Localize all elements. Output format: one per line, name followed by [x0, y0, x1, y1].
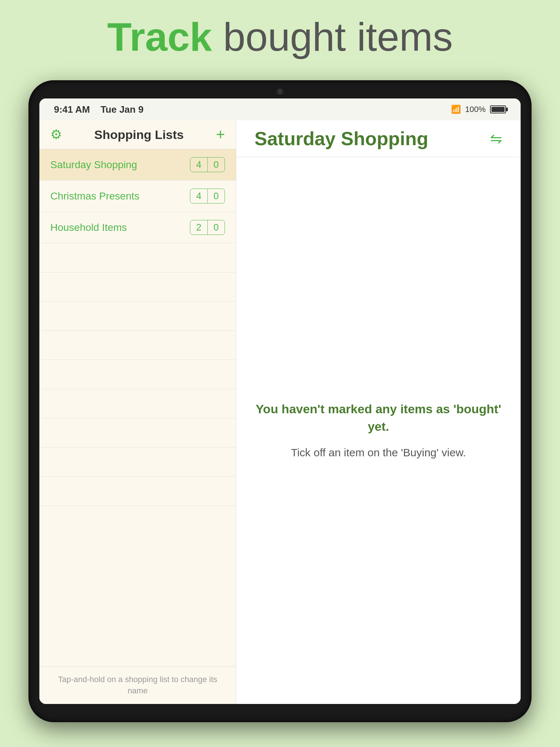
battery-fill — [491, 107, 505, 112]
bought-count: 0 — [207, 220, 225, 235]
empty-message-sub: Tick off an item on the 'Buying' view. — [291, 444, 466, 461]
headline-rest: bought items — [212, 14, 453, 59]
sync-icon[interactable]: ⇋ — [490, 130, 502, 147]
empty-row — [39, 448, 236, 477]
tablet-screen: 9:41 AM Tue Jan 9 📶 100% ⚙ — [39, 98, 521, 704]
item-count: 4 — [190, 158, 207, 172]
main-title: Saturday Shopping — [254, 128, 428, 150]
count-badges: 2 0 — [190, 220, 225, 235]
battery-icon — [490, 105, 506, 113]
empty-row — [39, 272, 236, 302]
sidebar: ⚙ Shopping Lists + Saturday Shopping 4 0 — [39, 120, 236, 704]
tablet-wrapper: 9:41 AM Tue Jan 9 📶 100% ⚙ — [28, 80, 532, 722]
main-header: Saturday Shopping ⇋ — [236, 120, 521, 157]
app-content: ⚙ Shopping Lists + Saturday Shopping 4 0 — [39, 120, 521, 704]
tablet-bezel: 9:41 AM Tue Jan 9 📶 100% ⚙ — [28, 80, 532, 722]
bought-count: 0 — [207, 158, 225, 172]
list-item[interactable]: Christmas Presents 4 0 — [39, 181, 236, 212]
empty-row — [39, 302, 236, 331]
list-item-name: Christmas Presents — [50, 190, 190, 202]
status-right: 📶 100% — [451, 105, 506, 114]
empty-row — [39, 477, 236, 506]
item-count: 2 — [190, 220, 207, 235]
empty-message-bold: You haven't marked any items as 'bought'… — [251, 400, 506, 435]
empty-row — [39, 360, 236, 389]
bought-count: 0 — [207, 189, 225, 203]
headline: Track bought items — [0, 0, 560, 70]
count-badges: 4 0 — [190, 157, 225, 172]
main-body: You haven't marked any items as 'bought'… — [236, 157, 521, 704]
status-time: 9:41 AM Tue Jan 9 — [54, 104, 144, 115]
camera — [277, 88, 283, 95]
status-bar: 9:41 AM Tue Jan 9 📶 100% — [39, 98, 521, 120]
empty-row — [39, 243, 236, 272]
empty-row — [39, 418, 236, 448]
empty-row — [39, 389, 236, 418]
main-content: Saturday Shopping ⇋ You haven't marked a… — [236, 120, 521, 704]
gear-icon[interactable]: ⚙ — [50, 127, 62, 142]
sidebar-title: Shopping Lists — [94, 128, 184, 142]
empty-row — [39, 331, 236, 360]
headline-green: Track — [107, 14, 212, 59]
list-item[interactable]: Household Items 2 0 — [39, 212, 236, 243]
sidebar-list: Saturday Shopping 4 0 Christmas Presents… — [39, 149, 236, 666]
battery-percent: 100% — [465, 105, 486, 114]
sidebar-footer-text: Tap-and-hold on a shopping list to chang… — [58, 675, 217, 695]
add-button[interactable]: + — [216, 127, 225, 142]
list-item[interactable]: Saturday Shopping 4 0 — [39, 149, 236, 181]
wifi-icon: 📶 — [451, 105, 461, 114]
item-count: 4 — [190, 189, 207, 203]
list-item-name: Household Items — [50, 222, 190, 233]
sidebar-header: ⚙ Shopping Lists + — [39, 120, 236, 149]
count-badges: 4 0 — [190, 189, 225, 204]
sidebar-footer: Tap-and-hold on a shopping list to chang… — [39, 666, 236, 704]
list-item-name: Saturday Shopping — [50, 159, 190, 171]
